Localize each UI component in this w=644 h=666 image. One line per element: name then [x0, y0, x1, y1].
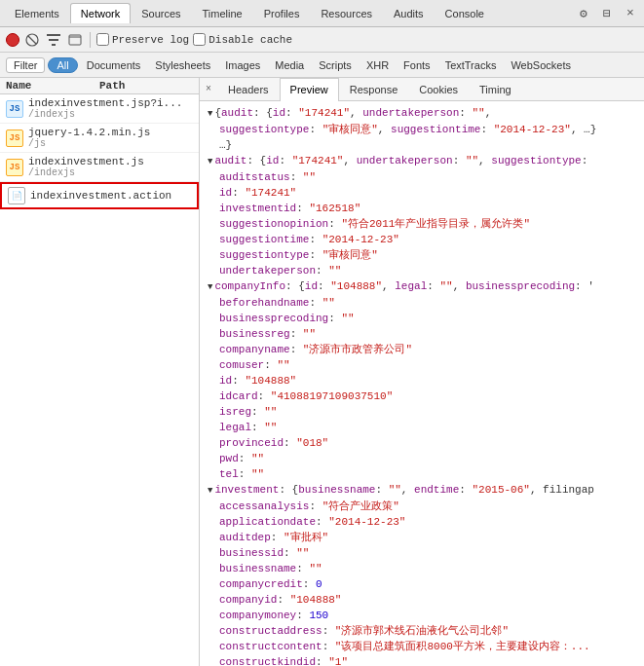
filter-stylesheets-button[interactable]: Stylesheets: [149, 58, 216, 72]
filter-fonts-button[interactable]: Fonts: [398, 58, 436, 72]
file-path-2: /js: [28, 138, 150, 149]
file-info-2: jquery-1.4.2.min.js /js: [28, 127, 150, 149]
right-panel: × Headers Preview Response Cookies Timin…: [200, 78, 644, 666]
filter-bar: Filter All Documents Stylesheets Images …: [0, 53, 644, 78]
sub-tab-timing[interactable]: Timing: [469, 78, 522, 101]
json-line-legal: legal: "": [200, 420, 644, 435]
filter-texttracks-button[interactable]: TextTracks: [439, 58, 503, 72]
top-tab-icons: ⚙ ⊟ ×: [574, 4, 640, 23]
preserve-log-label[interactable]: Preserve log: [96, 33, 189, 46]
filter-xhr-button[interactable]: XHR: [360, 58, 395, 72]
preserve-log-checkbox[interactable]: [96, 33, 109, 46]
json-line-beforehandname: beforehandname: "": [200, 295, 644, 311]
sub-tab-close-icon[interactable]: ×: [204, 84, 213, 94]
tab-resources[interactable]: Resources: [310, 3, 383, 23]
json-toggle-investment[interactable]: [208, 483, 212, 499]
json-line-companyinfo: companyInfo: {id: "104888", legal: "", b…: [200, 278, 644, 295]
capture-screenshot-button[interactable]: [66, 31, 84, 49]
json-line-tel: tel: "": [200, 466, 644, 482]
json-line-cid: id: "104888": [200, 373, 644, 388]
json-line-audit: audit: {id: "174241", undertakeperson: "…: [200, 153, 644, 169]
file-name-3: indexinvestment.js: [28, 156, 144, 167]
json-line-investmentid: investmentid: "162518": [200, 201, 644, 216]
file-item-4[interactable]: 📄 indexinvestment.action: [0, 182, 199, 209]
file-icon-js-2: JS: [6, 159, 23, 176]
file-name-1: indexinvestment.jsp?i...: [28, 97, 182, 109]
tab-network[interactable]: Network: [70, 3, 131, 23]
file-item-3[interactable]: JS indexinvestment.js /indexjs: [0, 153, 199, 182]
tab-sources[interactable]: Sources: [131, 3, 191, 23]
left-panel: Name Path JS indexinvestment.jsp?i... /i…: [0, 78, 200, 666]
json-line-idcard: idcard: "41088197109037510": [200, 388, 644, 404]
sub-tab-response[interactable]: Response: [339, 78, 409, 101]
filter-media-button[interactable]: Media: [269, 58, 310, 72]
file-icon-jsp: JS: [6, 100, 23, 118]
file-icon-js-1: JS: [6, 130, 23, 147]
top-tab-bar: Elements Network Sources Timeline Profil…: [0, 0, 644, 27]
svg-line-1: [28, 36, 36, 44]
json-line-0: {audit: {id: "174241", undertakeperson: …: [200, 105, 644, 122]
tab-timeline[interactable]: Timeline: [192, 3, 253, 23]
file-info-1: indexinvestment.jsp?i... /indexjs: [28, 97, 182, 120]
tab-audits[interactable]: Audits: [383, 3, 435, 23]
file-info-3: indexinvestment.js /indexjs: [28, 156, 144, 178]
json-toggle-companyinfo[interactable]: [208, 279, 212, 295]
filter-scripts-button[interactable]: Scripts: [313, 58, 358, 72]
filter-images-button[interactable]: Images: [219, 58, 266, 72]
json-line-companycredit: companycredit: 0: [200, 576, 644, 592]
filter-documents-button[interactable]: Documents: [81, 58, 147, 72]
network-toolbar: Preserve log Disable cache: [0, 27, 644, 53]
json-line-constructaddress: constructaddress: "济源市郭术线石油液化气公司北邻": [200, 623, 644, 639]
json-preview-content[interactable]: {audit: {id: "174241", undertakeperson: …: [200, 101, 644, 666]
filter-all-button[interactable]: All: [48, 57, 77, 73]
file-icon-action: 📄: [8, 187, 25, 204]
disable-cache-label[interactable]: Disable cache: [193, 33, 292, 46]
dev-tools-dock-icon[interactable]: ⊟: [597, 4, 617, 23]
filter-toggle-button[interactable]: [45, 31, 62, 49]
tab-profiles[interactable]: Profiles: [253, 3, 311, 23]
json-line-pwd: pwd: "": [200, 451, 644, 466]
dev-tools-settings-icon[interactable]: ⚙: [574, 4, 593, 23]
json-line-companymoney: companymoney: 150: [200, 608, 644, 623]
json-line-suggestiontime: suggestiontime: "2014-12-23": [200, 232, 644, 247]
json-toggle-0[interactable]: [208, 106, 212, 122]
tab-elements[interactable]: Elements: [4, 3, 70, 23]
disable-cache-checkbox[interactable]: [193, 33, 206, 46]
json-line-auditstatus: auditstatus: "": [200, 169, 644, 185]
json-line-id: id: "174241": [200, 185, 644, 201]
left-panel-header: Name Path: [0, 78, 199, 94]
sub-tab-preview[interactable]: Preview: [280, 78, 339, 101]
json-line-investment: investment: {businessname: "", endtime: …: [200, 482, 644, 499]
json-line-isreg: isreg: "": [200, 404, 644, 420]
json-line-constructkindid: constructkindid: "1": [200, 654, 644, 666]
clear-button[interactable]: [23, 31, 41, 49]
file-path-1: /indexjs: [28, 109, 182, 120]
json-line-suggestiontype: suggestiontype: "审核同意": [200, 247, 644, 263]
file-item-1[interactable]: JS indexinvestment.jsp?i... /indexjs: [0, 94, 199, 124]
json-toggle-audit[interactable]: [208, 154, 212, 169]
tab-console[interactable]: Console: [435, 3, 495, 23]
filter-input-button[interactable]: Filter: [6, 57, 45, 73]
file-item-2[interactable]: JS jquery-1.4.2.min.js /js: [0, 124, 199, 153]
json-line-accessanalysis: accessanalysis: "符合产业政策": [200, 499, 644, 514]
filter-websockets-button[interactable]: WebSockets: [505, 58, 577, 72]
file-path-3: /indexjs: [28, 167, 144, 178]
json-line-companyname: companyname: "济源市市政管养公司": [200, 342, 644, 357]
dev-tools-close-icon[interactable]: ×: [621, 4, 640, 23]
sub-tab-headers[interactable]: Headers: [217, 78, 280, 101]
json-line-companyid: companyid: "104888": [200, 592, 644, 608]
sub-tab-cookies[interactable]: Cookies: [408, 78, 469, 101]
json-line-1b: …}: [200, 137, 644, 153]
json-line-comuser: comuser: "": [200, 357, 644, 373]
json-line-applicationdate: applicationdate: "2014-12-23": [200, 514, 644, 530]
file-name-4: indexinvestment.action: [30, 190, 171, 202]
record-button[interactable]: [6, 33, 19, 47]
file-name-2: jquery-1.4.2.min.js: [28, 127, 150, 138]
path-header: Path: [99, 80, 193, 92]
json-line-suggestionopinion: suggestionopinion: "符合2011年产业指导目录，属允许类": [200, 216, 644, 232]
json-line-1: suggestiontype: "审核同意", suggestiontime: …: [200, 122, 644, 137]
json-line-businessreg: businessreg: "": [200, 326, 644, 342]
file-info-4: indexinvestment.action: [30, 190, 171, 202]
main-layout: Name Path JS indexinvestment.jsp?i... /i…: [0, 78, 644, 666]
json-line-businessid: businessid: "": [200, 545, 644, 561]
